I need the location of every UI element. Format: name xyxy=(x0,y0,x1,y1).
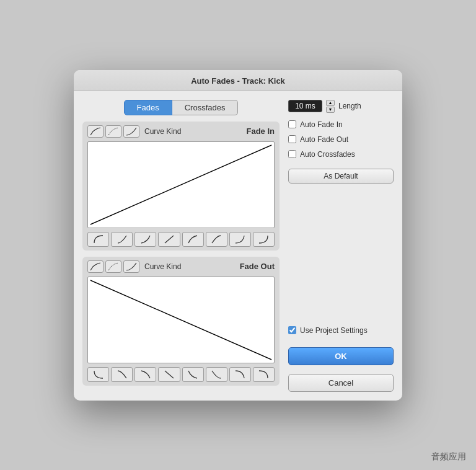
watermark: 音频应用 xyxy=(431,451,466,463)
fade-in-shape-6[interactable] xyxy=(206,232,227,247)
spin-up[interactable]: ▲ xyxy=(326,100,335,106)
curve-icon-1[interactable] xyxy=(87,125,104,138)
left-panel: Fades Crossfades xyxy=(82,100,280,392)
length-input[interactable]: 10 ms xyxy=(288,100,322,112)
curve-icon-out-3[interactable] xyxy=(123,260,139,273)
fade-in-section: Curve Kind Fade In xyxy=(82,122,280,251)
dialog-title: Auto Fades - Track: Kick xyxy=(191,76,285,86)
fade-out-label: Fade Out xyxy=(240,262,275,271)
auto-fades-dialog: Auto Fades - Track: Kick Fades Crossfade… xyxy=(74,70,402,401)
curve-icon-2[interactable] xyxy=(105,125,121,138)
auto-fade-in-label: Auto Fade In xyxy=(300,120,343,129)
svg-line-3 xyxy=(165,371,174,378)
fade-out-shape-4[interactable] xyxy=(158,367,180,382)
curve-kind-label-in: Curve Kind xyxy=(144,127,181,136)
fade-in-preview xyxy=(87,141,275,228)
ok-button[interactable]: OK xyxy=(288,347,394,365)
length-label: Length xyxy=(338,102,361,110)
tab-fades[interactable]: Fades xyxy=(124,100,172,115)
fade-out-shape-7[interactable] xyxy=(229,367,251,382)
cancel-button[interactable]: Cancel xyxy=(288,374,394,392)
use-project-label: Use Project Settings xyxy=(300,326,368,335)
fade-in-shape-1[interactable] xyxy=(87,232,109,247)
svg-line-1 xyxy=(165,236,174,243)
fade-out-shape-2[interactable] xyxy=(111,367,133,382)
curve-icons-out xyxy=(87,260,139,273)
fade-in-shape-4[interactable] xyxy=(158,232,180,247)
auto-fade-out-checkbox[interactable] xyxy=(288,135,296,143)
tab-crossfades[interactable]: Crossfades xyxy=(172,100,239,115)
fade-in-label: Fade In xyxy=(246,126,275,136)
fade-in-shape-8[interactable] xyxy=(253,232,275,247)
curve-kind-label-out: Curve Kind xyxy=(144,262,181,271)
fade-in-shape-2[interactable] xyxy=(111,232,133,247)
fade-out-shape-5[interactable] xyxy=(182,367,204,382)
fade-out-shape-6[interactable] xyxy=(206,367,227,382)
curve-icons-in xyxy=(87,125,139,138)
auto-fade-out-label: Auto Fade Out xyxy=(300,135,348,144)
auto-fade-in-checkbox[interactable] xyxy=(288,120,296,128)
fade-in-shape-3[interactable] xyxy=(134,232,156,247)
fade-out-curve-buttons xyxy=(87,367,275,382)
auto-fade-in-row: Auto Fade In xyxy=(288,120,394,129)
fade-out-preview xyxy=(87,277,275,363)
auto-crossfades-row: Auto Crossfades xyxy=(288,150,394,159)
auto-crossfades-label: Auto Crossfades xyxy=(300,150,355,159)
fade-in-shape-5[interactable] xyxy=(182,232,204,247)
right-panel: 10 ms ▲ ▼ Length Auto Fade In Auto Fade … xyxy=(288,100,394,392)
auto-crossfades-checkbox[interactable] xyxy=(288,150,296,158)
length-spinner: ▲ ▼ xyxy=(326,100,335,113)
length-row: 10 ms ▲ ▼ Length xyxy=(288,100,394,113)
spin-down[interactable]: ▼ xyxy=(326,107,335,113)
fade-in-curve-buttons xyxy=(87,232,275,247)
fade-out-shape-3[interactable] xyxy=(134,367,156,382)
as-default-button[interactable]: As Default xyxy=(288,169,394,184)
use-project-checkbox[interactable] xyxy=(288,326,296,334)
curve-icon-out-1[interactable] xyxy=(87,260,104,273)
svg-line-0 xyxy=(90,144,271,224)
fade-out-shape-8[interactable] xyxy=(253,367,275,382)
title-bar: Auto Fades - Track: Kick xyxy=(74,70,402,91)
fade-in-shape-7[interactable] xyxy=(229,232,251,247)
use-project-row: Use Project Settings xyxy=(288,326,394,335)
curve-icon-out-2[interactable] xyxy=(105,260,121,273)
fade-out-section: Curve Kind Fade Out xyxy=(82,257,280,386)
tabs-row: Fades Crossfades xyxy=(82,100,280,115)
svg-line-2 xyxy=(90,280,271,359)
curve-icon-3[interactable] xyxy=(123,125,139,138)
auto-fade-out-row: Auto Fade Out xyxy=(288,135,394,144)
fade-out-shape-1[interactable] xyxy=(87,367,109,382)
